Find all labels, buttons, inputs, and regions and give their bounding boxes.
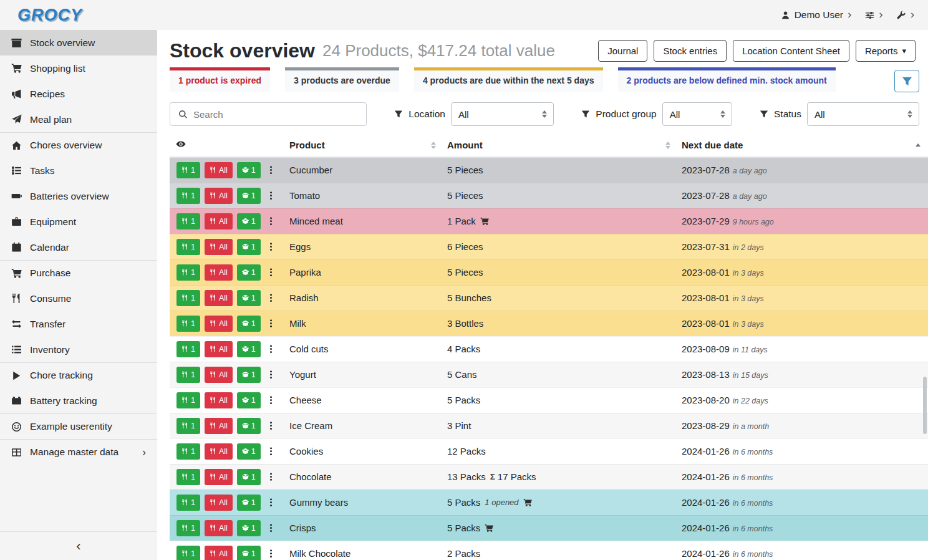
journal-button[interactable]: Journal [598, 40, 647, 62]
eye-icon[interactable] [176, 139, 186, 149]
row-menu-button[interactable] [265, 239, 277, 255]
sidebar-item-example-userentity[interactable]: Example userentity › [0, 413, 157, 439]
consume-all-button[interactable]: All [205, 546, 233, 560]
consume-all-button[interactable]: All [205, 520, 233, 536]
table-row-cold-cuts[interactable]: 1 All 1 Cold cuts 4 Packs [170, 336, 928, 362]
banner-overdue[interactable]: 3 products are overdue [285, 67, 399, 92]
open-one-button[interactable]: 1 [237, 213, 261, 229]
product-group-select[interactable]: All [662, 102, 732, 126]
row-menu-button[interactable] [265, 316, 277, 332]
consume-one-button[interactable]: 1 [176, 239, 200, 255]
open-one-button[interactable]: 1 [237, 469, 261, 485]
sidebar-item-chores-overview[interactable]: Chores overview › [0, 132, 157, 158]
consume-all-button[interactable]: All [205, 367, 233, 383]
location-content-sheet-button[interactable]: Location Content Sheet [733, 40, 849, 62]
consume-one-button[interactable]: 1 [176, 418, 200, 434]
row-menu-button[interactable] [265, 367, 277, 383]
open-one-button[interactable]: 1 [237, 290, 261, 306]
row-menu-button[interactable] [265, 162, 277, 178]
search-input[interactable] [193, 109, 366, 120]
sidebar-item-stock-overview[interactable]: Stock overview › [0, 30, 157, 56]
consume-one-button[interactable]: 1 [176, 443, 200, 460]
consume-one-button[interactable]: 1 [176, 213, 200, 229]
table-row-minced-meat[interactable]: 1 All 1 Minced meat 1 Pack [170, 208, 928, 234]
open-one-button[interactable]: 1 [237, 367, 261, 383]
reports-dropdown-button[interactable]: Reports ▾ [856, 40, 916, 62]
row-menu-button[interactable] [265, 341, 277, 357]
row-menu-button[interactable] [265, 392, 277, 408]
table-row-milk-chocolate[interactable]: 1 All 1 Milk Chocolate 2 Packs [170, 541, 928, 560]
scrollbar[interactable] [923, 377, 927, 434]
open-one-button[interactable]: 1 [237, 188, 261, 204]
consume-all-button[interactable]: All [205, 264, 233, 281]
row-menu-button[interactable] [265, 290, 277, 306]
grocy-logo[interactable]: GROCY [17, 6, 82, 25]
consume-all-button[interactable]: All [205, 290, 233, 306]
sidebar-item-calendar[interactable]: Calendar › [0, 234, 157, 260]
consume-all-button[interactable]: All [205, 213, 233, 229]
consume-all-button[interactable]: All [205, 162, 233, 178]
sidebar-item-batteries-overview[interactable]: Batteries overview › [0, 183, 157, 209]
table-row-radish[interactable]: 1 All 1 Radish 5 Bunches [170, 285, 928, 311]
consume-one-button[interactable]: 1 [176, 392, 200, 408]
user-menu[interactable]: Demo User › [781, 9, 852, 21]
table-row-milk[interactable]: 1 All 1 Milk 3 Bottles [170, 311, 928, 336]
consume-one-button[interactable]: 1 [176, 188, 200, 204]
consume-one-button[interactable]: 1 [176, 264, 200, 281]
consume-all-button[interactable]: All [205, 392, 233, 408]
row-menu-button[interactable] [265, 264, 277, 281]
sidebar-item-recipes[interactable]: Recipes › [0, 81, 157, 107]
table-row-paprika[interactable]: 1 All 1 Paprika 5 Pieces [170, 259, 928, 285]
filter-toggle-button[interactable] [894, 70, 919, 92]
table-row-eggs[interactable]: 1 All 1 Eggs 6 Pieces [170, 234, 928, 259]
sidebar-item-meal-plan[interactable]: Meal plan › [0, 107, 157, 132]
table-row-cookies[interactable]: 1 All 1 Cookies 12 Packs [170, 438, 928, 464]
consume-all-button[interactable]: All [205, 341, 233, 357]
consume-one-button[interactable]: 1 [176, 546, 200, 560]
consume-one-button[interactable]: 1 [176, 367, 200, 383]
consume-one-button[interactable]: 1 [176, 162, 200, 178]
location-select[interactable]: All [451, 102, 554, 126]
sidebar-collapse-button[interactable]: ‹ [0, 531, 157, 560]
row-menu-button[interactable] [265, 546, 277, 560]
table-row-cheese[interactable]: 1 All 1 Cheese 5 Packs [170, 387, 928, 413]
column-header-product[interactable]: Product [286, 135, 443, 157]
open-one-button[interactable]: 1 [237, 162, 261, 178]
table-row-cucumber[interactable]: 1 All 1 Cucumber 5 Pieces [170, 157, 928, 183]
sidebar-item-purchase[interactable]: Purchase › [0, 260, 157, 286]
consume-one-button[interactable]: 1 [176, 495, 200, 511]
consume-all-button[interactable]: All [205, 469, 233, 485]
consume-all-button[interactable]: All [205, 239, 233, 255]
consume-all-button[interactable]: All [205, 443, 233, 460]
open-one-button[interactable]: 1 [237, 495, 261, 511]
column-header-next-due-date[interactable]: Next due date [678, 135, 928, 157]
admin-menu[interactable]: › [897, 10, 914, 20]
status-select[interactable]: All [807, 102, 919, 126]
banner-below-min[interactable]: 2 products are below defined min. stock … [618, 67, 836, 92]
row-menu-button[interactable] [265, 469, 277, 485]
consume-all-button[interactable]: All [205, 418, 233, 434]
consume-all-button[interactable]: All [205, 316, 233, 332]
row-menu-button[interactable] [265, 188, 277, 204]
table-row-ice-cream[interactable]: 1 All 1 Ice Cream 3 Pint [170, 413, 928, 438]
open-one-button[interactable]: 1 [237, 341, 261, 357]
column-header-amount[interactable]: Amount [443, 135, 678, 157]
consume-one-button[interactable]: 1 [176, 341, 200, 357]
open-one-button[interactable]: 1 [237, 443, 261, 460]
table-row-crisps[interactable]: 1 All 1 Crisps 5 Packs [170, 515, 928, 541]
sidebar-item-tasks[interactable]: Tasks › [0, 158, 157, 183]
row-menu-button[interactable] [265, 418, 277, 434]
table-row-chocolate[interactable]: 1 All 1 Chocolate 13 Packs Σ17 Packs [170, 464, 928, 490]
banner-due-soon[interactable]: 4 products are due within the next 5 day… [414, 67, 603, 92]
row-menu-button[interactable] [265, 495, 277, 511]
sidebar-item-equipment[interactable]: Equipment › [0, 209, 157, 234]
table-row-gummy-bears[interactable]: 1 All 1 Gummy bears 5 Packs 1 opened [170, 490, 928, 515]
consume-one-button[interactable]: 1 [176, 290, 200, 306]
row-menu-button[interactable] [265, 520, 277, 536]
open-one-button[interactable]: 1 [237, 239, 261, 255]
open-one-button[interactable]: 1 [237, 316, 261, 332]
banner-expired[interactable]: 1 product is expired [170, 67, 270, 92]
sidebar-item-shopping-list[interactable]: Shopping list › [0, 56, 157, 81]
open-one-button[interactable]: 1 [237, 392, 261, 408]
sidebar-item-battery-tracking[interactable]: Battery tracking › [0, 388, 157, 413]
